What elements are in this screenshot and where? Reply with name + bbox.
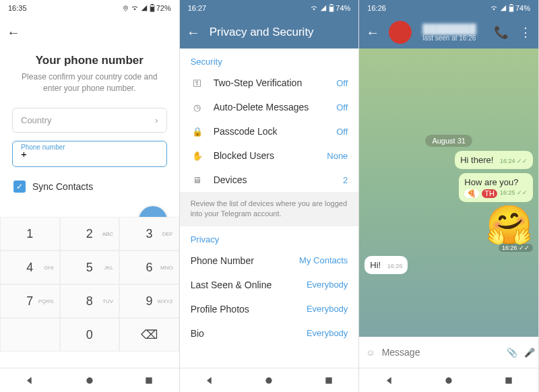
country-field[interactable]: Country › [12, 108, 167, 133]
sync-contacts-row[interactable]: ✓ Sync Contacts [13, 181, 166, 193]
keypad: 1 2ABC 3DEF 4GHI 5JKL 6MNO 7PQRS 8TUV 9W… [0, 217, 179, 352]
header: ← [0, 16, 179, 48]
nav-recent-icon[interactable] [144, 375, 154, 386]
security-section-header: Security [180, 48, 359, 71]
page-subtitle: Please confirm your country code and ent… [16, 71, 163, 94]
row-blocked[interactable]: ✋Blocked UsersNone [180, 143, 359, 168]
nav-recent-icon[interactable] [323, 375, 334, 386]
wifi-icon [490, 5, 498, 11]
message-out[interactable]: How are you? 🍕 TH 16:25 ✓✓ [459, 173, 533, 202]
row-phone-number[interactable]: Phone NumberMy Contacts [180, 249, 359, 273]
nav-back-icon[interactable] [204, 375, 215, 386]
reaction-badge[interactable]: TH [482, 189, 497, 198]
svg-point-0 [125, 7, 126, 8]
svg-rect-7 [331, 4, 332, 5]
phone-field-label: Phone number [18, 143, 68, 151]
header: ← Privacy and Security [180, 16, 359, 48]
svg-rect-2 [151, 4, 152, 5]
key-8[interactable]: 8TUV [60, 284, 120, 318]
nav-home-icon[interactable] [84, 375, 95, 386]
reaction-badge[interactable]: 🍕 [464, 189, 479, 198]
hand-icon: ✋ [191, 151, 204, 161]
svg-rect-8 [330, 7, 334, 11]
key-2[interactable]: 2ABC [60, 217, 120, 251]
nav-back-icon[interactable] [384, 375, 395, 386]
key-5[interactable]: 5JKL [60, 251, 120, 284]
svg-point-14 [445, 377, 451, 383]
nav-home-icon[interactable] [263, 375, 274, 386]
checkbox-icon[interactable]: ✓ [13, 181, 26, 193]
message-time: 16:26 ✓✓ [499, 244, 533, 252]
android-navbar [0, 368, 179, 392]
key-0[interactable]: 0 [60, 318, 120, 352]
country-placeholder: Country [21, 115, 52, 125]
back-arrow-icon[interactable]: ← [366, 25, 379, 40]
status-time: 16:27 [188, 4, 207, 12]
date-badge: August 31 [425, 135, 472, 147]
lock-icon: 🔒 [191, 127, 204, 137]
row-profile-photos[interactable]: Profile PhotosEverybody [180, 297, 359, 321]
chat-header[interactable]: ← ████████ last seen at 16:26 📞 ⋮ [359, 16, 538, 48]
row-passcode[interactable]: 🔒Passcode LockOff [180, 119, 359, 143]
svg-rect-13 [510, 7, 513, 11]
back-arrow-icon[interactable]: ← [187, 25, 200, 40]
signal-icon [500, 5, 507, 11]
row-devices[interactable]: 🖥Devices2 [180, 168, 359, 192]
wifi-icon [310, 5, 318, 11]
status-time: 16:26 [367, 4, 386, 12]
key-backspace[interactable]: ⌫ [119, 318, 179, 352]
attach-icon[interactable]: 📎 [507, 348, 517, 358]
android-navbar [359, 368, 538, 392]
back-arrow-icon[interactable]: ← [7, 25, 20, 40]
message-sticker[interactable]: 🤗 [486, 206, 533, 244]
signal-icon [320, 5, 327, 11]
chat-area[interactable]: August 31 Hi there! 16:24 ✓✓ How are you… [359, 48, 538, 337]
status-bar: 16:26 74% [359, 0, 538, 16]
row-two-step[interactable]: ⚿Two-Step VerificationOff [180, 71, 359, 95]
nav-recent-icon[interactable] [503, 375, 514, 386]
key-icon: ⚿ [191, 78, 204, 88]
status-bar: 16:27 74% [180, 0, 359, 16]
svg-point-4 [86, 377, 92, 383]
key-7[interactable]: 7PQRS [0, 284, 60, 318]
avatar[interactable] [389, 21, 412, 44]
backspace-icon: ⌫ [141, 327, 158, 342]
devices-hint: Review the list of devices where you are… [180, 192, 359, 226]
row-bio[interactable]: BioEverybody [180, 321, 359, 346]
page-title: Your phone number [0, 54, 179, 67]
contact-name: ████████ [422, 24, 476, 34]
nav-back-icon[interactable] [24, 375, 35, 386]
svg-point-9 [266, 377, 272, 383]
phone-field[interactable]: Phone number [12, 141, 167, 167]
key-6[interactable]: 6MNO [119, 251, 179, 284]
call-icon[interactable]: 📞 [494, 25, 509, 40]
key-empty [0, 318, 60, 352]
svg-rect-10 [325, 377, 331, 383]
devices-icon: 🖥 [191, 175, 204, 185]
message-time: 16:26 [387, 263, 403, 269]
signal-icon [141, 5, 148, 11]
message-input[interactable] [382, 347, 500, 358]
message-time: 16:25 ✓✓ [500, 189, 528, 198]
contact-status: last seen at 16:26 [422, 34, 476, 42]
wifi-icon [131, 5, 139, 11]
header-title: Privacy and Security [210, 26, 314, 39]
location-icon [123, 5, 129, 11]
key-1[interactable]: 1 [0, 217, 60, 251]
row-auto-delete[interactable]: ◷Auto-Delete MessagesOff [180, 95, 359, 119]
key-3[interactable]: 3DEF [119, 217, 179, 251]
more-icon[interactable]: ⋮ [519, 25, 532, 40]
emoji-icon[interactable]: ☺ [366, 348, 375, 358]
nav-home-icon[interactable] [443, 375, 454, 386]
message-input-bar: ☺ 📎 🎤 [359, 337, 538, 368]
timer-icon: ◷ [191, 102, 204, 112]
row-last-seen[interactable]: Last Seen & OnlineEverybody [180, 273, 359, 297]
svg-rect-3 [150, 7, 154, 11]
key-9[interactable]: 9WXYZ [119, 284, 179, 318]
message-in[interactable]: Hi! 16:26 [364, 256, 408, 274]
chevron-right-icon: › [155, 115, 158, 125]
message-out[interactable]: Hi there! 16:24 ✓✓ [455, 151, 533, 169]
mic-icon[interactable]: 🎤 [524, 348, 535, 358]
key-4[interactable]: 4GHI [0, 251, 60, 284]
battery-icon [329, 4, 334, 12]
